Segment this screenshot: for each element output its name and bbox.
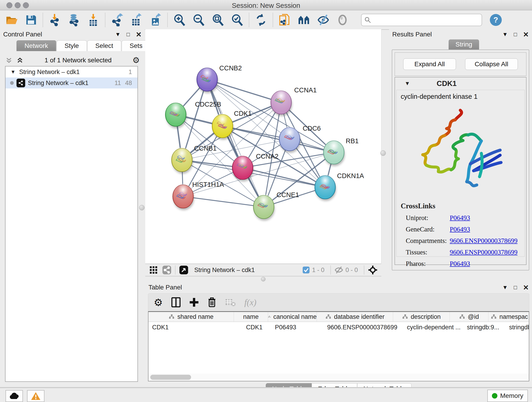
search-field[interactable] — [361, 14, 482, 26]
detach-view-icon[interactable] — [179, 265, 188, 274]
tab-select[interactable]: Select — [87, 40, 121, 51]
panel-maximize-icon[interactable]: □ — [127, 31, 130, 38]
column-header-name[interactable]: name — [234, 312, 268, 322]
import-table-icon[interactable] — [87, 13, 100, 27]
zoom-out-icon[interactable] — [192, 13, 205, 27]
tab-network[interactable]: Network — [17, 40, 56, 51]
node-label-CDKN1A: CDKN1A — [337, 172, 364, 179]
network-node-CCNA1[interactable] — [271, 89, 292, 116]
panel-float-icon[interactable]: ▼ — [502, 31, 508, 38]
network-edge-HIST1H1A-CCNE1[interactable] — [183, 196, 264, 207]
table-cell[interactable]: CDK1 — [148, 322, 237, 332]
crosslink-link[interactable]: P06493 — [450, 225, 470, 233]
delete-column-icon[interactable] — [208, 297, 216, 307]
column-header-description[interactable]: description — [393, 312, 450, 322]
import-database-icon[interactable] — [67, 13, 81, 27]
node-table[interactable]: shared namenamecanonical namedatabase id… — [148, 311, 529, 375]
table-cell[interactable]: CDK1 — [237, 322, 271, 332]
show-details-icon[interactable] — [336, 13, 349, 27]
left-splitter-handle[interactable] — [139, 205, 145, 211]
crosslink-link[interactable]: 9606.ENSP00000378699 — [450, 249, 518, 256]
network-node-HIST1H1A[interactable] — [173, 184, 194, 210]
import-network-icon[interactable] — [48, 13, 61, 27]
help-icon[interactable]: ? — [490, 14, 502, 26]
selected-checkbox-icon[interactable] — [302, 266, 310, 274]
panel-float-icon[interactable]: ▼ — [115, 31, 121, 38]
section-collapse-icon[interactable]: ▼ — [405, 80, 410, 87]
export-table-icon[interactable] — [130, 13, 143, 27]
gear-icon[interactable]: ⚙ — [133, 56, 140, 65]
panel-maximize-icon[interactable]: □ — [514, 284, 517, 291]
network-node-RB1[interactable] — [323, 140, 345, 166]
network-node-CDKN1A[interactable] — [315, 174, 336, 201]
table-row[interactable]: CDK1CDK1P064939606.ENSP00000378699cyclin… — [148, 322, 529, 332]
table-cell[interactable]: P06493 — [271, 322, 323, 332]
expand-all-icon[interactable] — [16, 56, 24, 64]
network-node-CDK1[interactable] — [212, 113, 234, 140]
table-cell[interactable]: stringdb:9... — [463, 322, 505, 332]
panel-close-icon[interactable]: ✕ — [136, 31, 142, 38]
memory-button[interactable]: Memory — [487, 390, 528, 402]
zoom-in-icon[interactable] — [173, 13, 186, 27]
network-collection-row[interactable]: ▼ String Network – cdk1 1 — [6, 66, 138, 77]
column-header-canonical-name[interactable]: canonical name — [268, 312, 317, 322]
bottom-splitter-handle[interactable] — [261, 277, 266, 281]
network-canvas[interactable]: CCNB2CCNA1CDC25BCDK1CDC6RB1CCNB1CCNA2CDK… — [145, 29, 381, 264]
network-node-CCNA2[interactable] — [232, 155, 254, 182]
panel-float-icon[interactable]: ▼ — [502, 284, 508, 291]
network-node-CCNE1[interactable] — [253, 194, 275, 221]
create-column-icon[interactable] — [189, 298, 199, 307]
results-panel-title: Results Panel — [392, 31, 432, 38]
column-header-shared-name[interactable]: shared name — [148, 312, 234, 322]
network-view-mode-icon[interactable] — [162, 265, 171, 274]
table-settings-gear-icon[interactable]: ⚙ — [154, 297, 163, 308]
scrollbar-thumb[interactable] — [150, 375, 191, 380]
crosslink-link[interactable]: P06493 — [450, 214, 470, 222]
hide-details-icon[interactable] — [317, 13, 330, 27]
disclosure-triangle-icon[interactable]: ▼ — [11, 69, 16, 75]
export-network-icon[interactable] — [110, 13, 124, 27]
warnings-button[interactable] — [27, 390, 44, 402]
cloud-button[interactable] — [6, 390, 23, 402]
birdseye-icon[interactable] — [298, 13, 311, 27]
zoom-fit-icon[interactable] — [211, 13, 225, 27]
network-node-CCNB2[interactable] — [197, 67, 218, 93]
network-row[interactable]: String Network – cdk1 11 48 — [6, 77, 138, 89]
node-count: 11 — [114, 80, 121, 87]
crosslink-link[interactable]: P06493 — [450, 260, 470, 268]
network-edge-CCNB2-CCNA1[interactable] — [207, 80, 281, 102]
export-image-icon[interactable] — [149, 13, 162, 27]
right-splitter-handle[interactable] — [380, 150, 386, 156]
panel-maximize-icon[interactable]: □ — [514, 31, 517, 38]
table-cell[interactable]: 9606.ENSP00000378699 — [323, 322, 403, 332]
collapse-all-button[interactable]: Collapse All — [465, 58, 518, 70]
expand-all-button[interactable]: Expand All — [403, 58, 456, 70]
table-hscrollbar[interactable] — [148, 374, 529, 381]
network-node-CCNB1[interactable] — [172, 147, 193, 174]
collapse-all-icon[interactable] — [5, 56, 13, 64]
zoom-selected-icon[interactable] — [230, 13, 244, 27]
panel-close-icon[interactable]: ✕ — [523, 31, 529, 38]
network-view-panel: CCNB2CCNA1CDC25BCDK1CDC6RB1CCNB1CCNA2CDK… — [145, 29, 389, 282]
save-session-icon[interactable] — [24, 13, 38, 27]
tab-style[interactable]: Style — [57, 40, 87, 51]
column-header-namespac[interactable]: namespac — [488, 312, 529, 322]
panel-close-icon[interactable]: ✕ — [523, 283, 529, 292]
crosslink-label: Uniprot: — [406, 214, 450, 222]
open-session-icon[interactable] — [5, 13, 18, 27]
table-cell[interactable]: stringdb — [505, 322, 529, 332]
crosslink-link[interactable]: 9606.ENSP00000378699 — [450, 237, 518, 245]
network-label: String Network – cdk1 — [28, 80, 89, 87]
network-node-CDC6[interactable] — [279, 126, 301, 153]
tab-string[interactable]: String — [449, 39, 479, 50]
annotations-icon[interactable] — [278, 13, 291, 27]
column-header-database-identifier[interactable]: database identifier — [317, 312, 393, 322]
table-cell[interactable]: cyclin-dependent ... — [403, 322, 463, 332]
column-header--id[interactable]: @id — [450, 312, 488, 322]
show-columns-icon[interactable] — [171, 297, 181, 307]
search-input[interactable] — [371, 16, 471, 24]
hidden-counts: 0 - 0 — [346, 267, 358, 274]
apply-layout-icon[interactable] — [254, 13, 268, 27]
birdseye-toggle-icon[interactable] — [368, 265, 378, 275]
grid-view-icon[interactable] — [149, 266, 158, 274]
